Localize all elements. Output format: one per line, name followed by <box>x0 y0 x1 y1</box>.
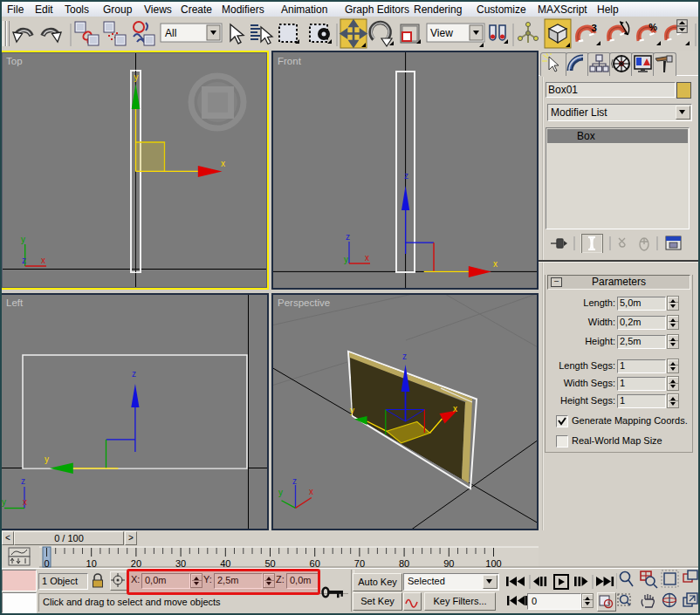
svg-text:x: x <box>221 159 225 168</box>
svg-text:y: y <box>344 255 348 264</box>
svg-text:90: 90 <box>443 558 454 568</box>
svg-text:x: x <box>41 256 45 265</box>
svg-text:y: y <box>350 406 354 415</box>
svg-text:30: 30 <box>175 558 186 568</box>
svg-text:z: z <box>21 476 25 486</box>
svg-text:80: 80 <box>399 558 409 568</box>
svg-text:10: 10 <box>86 558 97 568</box>
svg-text:60: 60 <box>310 558 320 568</box>
svg-text:70: 70 <box>354 558 365 568</box>
svg-text:0: 0 <box>44 558 49 568</box>
svg-text:z: z <box>292 476 297 486</box>
svg-text:z: z <box>404 171 408 181</box>
svg-text:z: z <box>402 352 407 361</box>
svg-text:3: 3 <box>591 23 596 33</box>
svg-text:y: y <box>2 497 6 507</box>
svg-text:x: x <box>493 259 498 269</box>
svg-text:All: All <box>165 27 176 39</box>
svg-text:y: y <box>278 488 283 497</box>
svg-text:Left: Left <box>6 297 24 308</box>
svg-text:x: x <box>365 253 369 263</box>
svg-text:z: z <box>132 369 136 379</box>
svg-text:x: x <box>309 487 313 496</box>
svg-text:z: z <box>346 232 350 242</box>
svg-text:y: y <box>45 454 49 464</box>
svg-text:Front: Front <box>278 56 302 66</box>
svg-text:40: 40 <box>220 558 230 568</box>
svg-text:x: x <box>23 497 27 507</box>
svg-text:%: % <box>649 22 657 32</box>
svg-text:y: y <box>134 72 139 82</box>
svg-text:x: x <box>453 404 457 413</box>
svg-text:z: z <box>22 256 26 265</box>
svg-text:Top: Top <box>6 56 23 66</box>
svg-text:20: 20 <box>131 558 141 568</box>
svg-text:50: 50 <box>264 558 275 568</box>
svg-text:100: 100 <box>485 558 501 568</box>
svg-text:View: View <box>430 27 453 39</box>
svg-text:Perspective: Perspective <box>278 297 330 308</box>
svg-text:y: y <box>21 235 25 244</box>
